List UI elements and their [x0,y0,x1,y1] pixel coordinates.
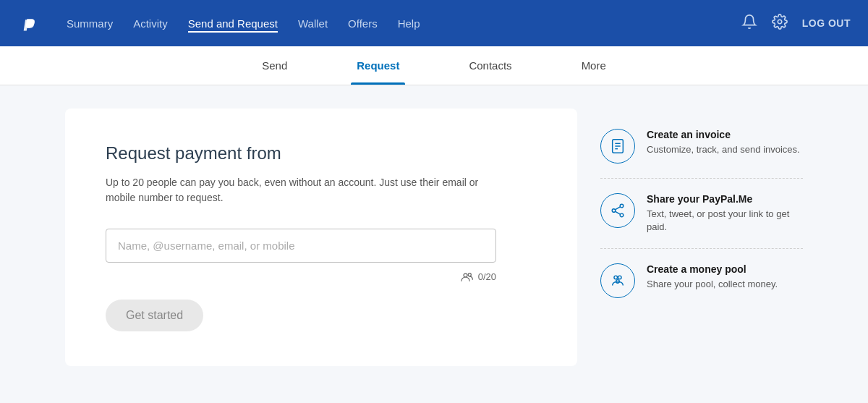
invoice-desc: Customize, track, and send invoices. [647,143,800,156]
invoice-text: Create an invoice Customize, track, and … [647,129,800,156]
settings-icon[interactable] [772,14,788,33]
top-navigation: Summary Activity Send and Request Wallet… [0,0,868,46]
nav-links: Summary Activity Send and Request Wallet… [67,14,741,33]
nav-send-request[interactable]: Send and Request [188,14,278,33]
svg-point-12 [614,276,618,280]
nav-activity[interactable]: Activity [133,14,168,33]
pool-text: Create a money pool Share your pool, col… [647,263,778,291]
pool-desc: Share your pool, collect money. [647,278,778,291]
sidebar-options: Create an invoice Customize, track, and … [600,109,803,366]
share-paypalme-item[interactable]: Share your PayPal.Me Text, tweet, or pos… [600,179,803,249]
panel-title: Request payment from [106,143,537,164]
create-invoice-item[interactable]: Create an invoice Customize, track, and … [600,114,803,179]
subnav-contacts[interactable]: Contacts [463,46,517,85]
notification-icon[interactable] [741,14,757,33]
paypalme-desc: Text, tweet, or post your link to get pa… [647,208,803,234]
nav-summary[interactable]: Summary [67,14,113,33]
svg-line-11 [616,211,621,214]
svg-point-13 [618,276,621,280]
logout-button[interactable]: LOG OUT [802,17,851,29]
svg-point-0 [778,20,782,24]
svg-line-10 [616,207,621,210]
paypalme-text: Share your PayPal.Me Text, tweet, or pos… [647,193,803,234]
invoice-title: Create an invoice [647,129,800,140]
sub-navigation: Send Request Contacts More [0,46,868,85]
svg-point-2 [468,273,471,276]
recipient-input-wrapper [106,229,537,263]
subnav-request[interactable]: Request [351,46,405,85]
recipient-input[interactable] [106,229,496,263]
nav-help[interactable]: Help [398,14,420,33]
pool-title: Create a money pool [647,263,778,275]
money-pool-item[interactable]: Create a money pool Share your pool, col… [600,249,803,313]
people-icon [461,272,474,282]
svg-point-7 [620,204,624,208]
get-started-button[interactable]: Get started [106,300,203,331]
nav-right: LOG OUT [741,14,851,33]
paypal-logo[interactable] [17,10,43,36]
paypalme-title: Share your PayPal.Me [647,193,803,205]
share-icon [600,193,635,228]
recipient-counter: 0/20 [106,271,496,282]
subnav-send[interactable]: Send [256,46,293,85]
pool-icon [600,263,635,298]
subnav-more[interactable]: More [576,46,612,85]
svg-point-9 [620,213,624,217]
invoice-icon [600,129,635,164]
nav-offers[interactable]: Offers [348,14,378,33]
nav-wallet[interactable]: Wallet [298,14,328,33]
svg-point-8 [612,209,616,213]
request-panel: Request payment from Up to 20 people can… [65,109,577,366]
counter-text: 0/20 [478,271,496,282]
panel-description: Up to 20 people can pay you back, even w… [106,175,482,205]
main-content: Request payment from Up to 20 people can… [36,85,832,389]
svg-point-1 [464,273,467,277]
